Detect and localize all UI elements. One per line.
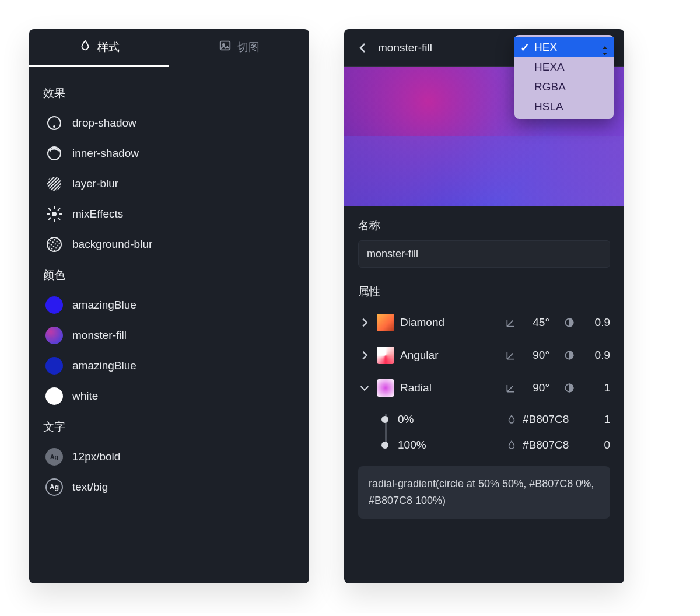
section-colors-label: 颜色 [43,268,295,283]
gradient-thumb [377,346,394,364]
color-swatch [46,327,63,344]
effect-item-inner-shadow[interactable]: inner-shadow [43,138,295,169]
format-dropdown[interactable]: HEX HEXA RGBA HSLA [514,35,614,119]
gradient-type: Radial [400,382,499,394]
effect-item-drop-shadow[interactable]: drop-shadow [43,108,295,138]
stop-position: 0% [398,413,501,426]
svg-line-12 [48,208,51,211]
detail-title: monster-fill [378,41,432,54]
gradient-alpha: 0.9 [587,349,610,362]
gradient-thumb [377,314,394,331]
angle-icon [505,317,517,328]
color-swatch [46,296,63,314]
mix-effects-icon [46,205,63,223]
gradient-type: Diamond [400,316,499,329]
svg-point-1 [223,44,225,46]
angle-icon [505,349,517,361]
stop-position: 100% [398,439,501,452]
layer-blur-icon [46,175,63,192]
color-item[interactable]: amazingBlue [43,290,295,320]
image-icon [219,39,232,55]
props-label: 属性 [358,284,610,299]
chevron-down-icon[interactable] [358,382,371,394]
drop-icon [79,39,92,55]
gradient-angle: 90° [524,382,550,394]
gradient-angle: 90° [524,349,550,362]
svg-point-3 [53,125,55,128]
effect-item-mix-effects[interactable]: mixEffects [43,199,295,229]
text-style-icon: Ag [46,478,63,496]
color-swatch [46,387,63,405]
effect-item-background-blur[interactable]: background-blur [43,229,295,260]
effect-label: drop-shadow [72,117,136,130]
stop-alpha: 1 [593,413,610,426]
gradient-prop-row[interactable]: Diamond 45° 0.9 [358,306,610,339]
text-style-label: text/big [72,481,108,494]
gradient-type: Angular [400,349,499,362]
stop-handle[interactable] [382,416,388,423]
color-label: amazingBlue [72,359,136,372]
inner-shadow-icon [46,145,63,162]
color-label: monster-fill [72,329,127,342]
text-style-item[interactable]: Ag text/big [43,472,295,502]
color-item[interactable]: amazingBlue [43,351,295,381]
format-stepper-icon[interactable] [598,41,611,61]
effect-item-layer-blur[interactable]: layer-blur [43,169,295,199]
gradient-stops: 0% #B807C8 1 100% #B807C8 0 [378,407,610,458]
svg-line-15 [48,218,51,220]
effect-label: layer-blur [72,177,118,190]
tab-styles[interactable]: 样式 [29,29,169,66]
styles-content: 效果 drop-shadow inner-shadow layer-blur m… [29,67,309,513]
tab-label: 样式 [97,40,120,55]
section-effects-label: 效果 [43,86,295,101]
css-code-output[interactable]: radial-gradient(circle at 50% 50%, #B807… [358,466,610,519]
chevron-right-icon[interactable] [358,316,371,329]
effect-label: inner-shadow [72,147,139,160]
tab-slices[interactable]: 切图 [169,29,309,66]
gradient-prop-row[interactable]: Angular 90° 0.9 [358,339,610,372]
styles-panel: 样式 切图 效果 drop-shadow inner-shadow [29,29,309,583]
drop-shadow-icon [46,114,63,132]
angle-icon [505,382,517,394]
effect-label: mixEffects [72,208,123,220]
drop-icon [506,440,517,450]
gradient-angle: 45° [524,316,550,329]
gradient-alpha: 1 [587,382,610,394]
stop-alpha: 0 [593,439,610,452]
format-option-rgba[interactable]: RGBA [514,77,614,97]
text-style-item[interactable]: Ag 12px/bold [43,442,295,472]
opacity-icon [564,382,575,394]
svg-line-13 [58,218,60,220]
opacity-icon [564,317,575,328]
text-style-label: 12px/bold [72,450,120,463]
chevron-right-icon[interactable] [358,349,371,362]
gradient-stop-row[interactable]: 100% #B807C8 0 [378,432,610,458]
color-item[interactable]: white [43,381,295,411]
svg-point-6 [47,177,61,191]
color-swatch [46,357,63,374]
gradient-thumb [377,379,394,397]
opacity-icon [564,349,575,361]
svg-line-14 [58,208,60,211]
format-option-hsla[interactable]: HSLA [514,97,614,117]
gradient-stop-row[interactable]: 0% #B807C8 1 [378,407,610,432]
detail-body: 名称 属性 Diamond 45° 0.9 Angular 90° 0.9 [344,206,624,530]
gradient-alpha: 0.9 [587,316,610,329]
color-label: white [72,390,98,402]
name-label: 名称 [358,218,610,233]
color-item[interactable]: monster-fill [43,320,295,351]
background-blur-icon [46,236,63,253]
stop-handle[interactable] [382,442,388,449]
back-button[interactable] [356,41,370,55]
detail-panel: monster-fill HEX HEXA RGBA HSLA 名称 属性 [344,29,624,583]
color-label: amazingBlue [72,299,136,312]
gradient-prop-row[interactable]: Radial 90° 1 [358,372,610,404]
stop-color: #B807C8 [523,439,587,452]
drop-icon [506,414,517,425]
tabs: 样式 切图 [29,29,309,67]
svg-point-17 [47,237,61,251]
name-input[interactable] [358,240,610,268]
effect-label: background-blur [72,238,152,251]
svg-point-7 [52,212,56,216]
tab-label: 切图 [237,40,260,55]
